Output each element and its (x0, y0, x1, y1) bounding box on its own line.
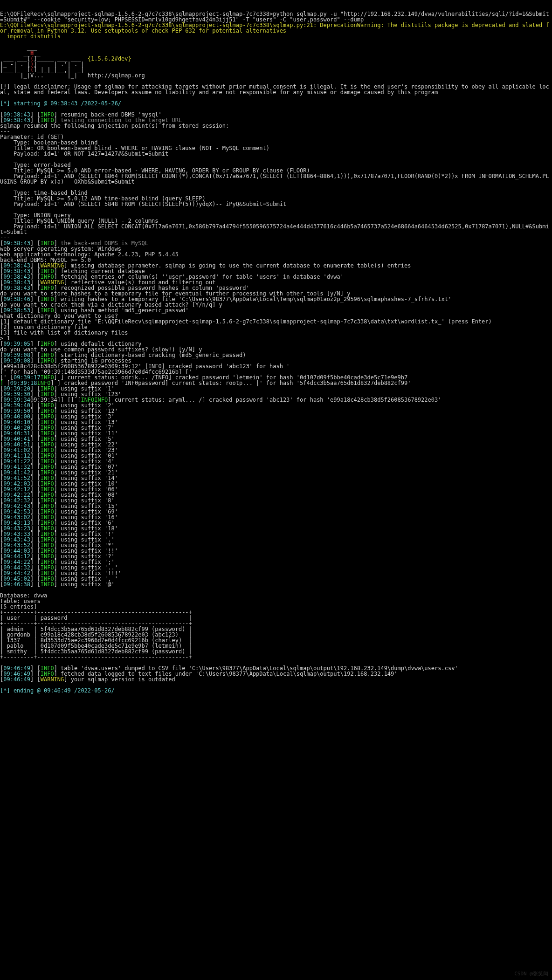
legal: [!] legal disclaimer: Usage of sqlmap fo… (0, 83, 549, 96)
start: [*] starting @ 09:38:43 /2022-05-26/ (0, 100, 121, 107)
sqlmap-logo: ___ __H__ ___ ___[(]_____ ___ ___ {1.5.6… (0, 45, 145, 78)
terminal-output: E:\QQFileRecv\sqlmapproject-sqlmap-1.5.6… (0, 11, 552, 693)
ending: [*] ending @ 09:46:49 /2022-05-26/ (0, 687, 115, 694)
depwarn: E:\QQFileRecv\sqlmapproject-sqlmap-1.5.6… (0, 22, 549, 34)
cmdline: E:\QQFileRecv\sqlmapproject-sqlmap-1.5.6… (0, 11, 549, 23)
suffix-list: [09:39:20] [INFO] using suffix '1' [09:3… (0, 385, 441, 588)
